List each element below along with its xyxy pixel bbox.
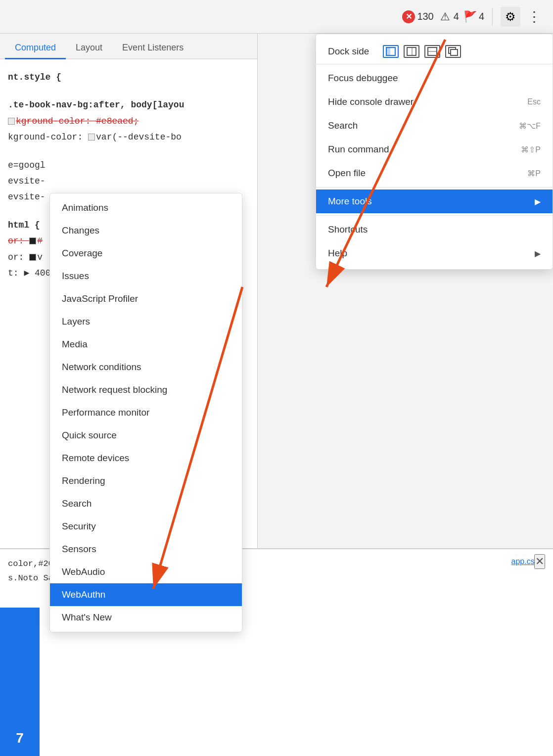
tab-layout[interactable]: Layout	[66, 38, 112, 59]
submenu-changes[interactable]: Changes	[50, 219, 242, 242]
submenu-sensors[interactable]: Sensors	[50, 538, 242, 561]
submenu-quick-source[interactable]: Quick source	[50, 424, 242, 447]
submenu-remote-devices[interactable]: Remote devices	[50, 447, 242, 470]
submenu-media[interactable]: Media	[50, 333, 242, 356]
warning-icon: ⚠	[439, 10, 452, 23]
toolbar-badges: ✕ 130 ⚠ 4 🚩 4 ⚙ ⋮	[402, 6, 543, 27]
error-count: 130	[417, 11, 433, 22]
menu-search[interactable]: Search ⌘⌥F	[316, 114, 553, 138]
submenu-network-request-blocking[interactable]: Network request blocking	[50, 378, 242, 401]
info-count: 4	[479, 11, 484, 22]
code-line-3: kground-color: #e8eaed;	[8, 113, 249, 129]
dock-bottom-svg	[427, 47, 437, 56]
menu-divider-3	[316, 215, 553, 216]
settings-button[interactable]: ⚙	[501, 7, 520, 27]
error-icon: ✕	[402, 10, 415, 23]
top-toolbar: ✕ 130 ⚠ 4 🚩 4 ⚙ ⋮	[0, 0, 553, 34]
menu-shortcut-open: ⌘P	[527, 169, 541, 178]
dock-right-icon[interactable]	[404, 45, 419, 58]
svg-rect-2	[407, 47, 416, 55]
submenu-search[interactable]: Search	[50, 492, 242, 515]
info-icon: 🚩	[464, 10, 477, 23]
menu-more-tools[interactable]: More tools ▶	[316, 189, 553, 213]
menu-open-file[interactable]: Open file ⌘P	[316, 161, 553, 185]
code-line-5: e=googl	[8, 157, 249, 173]
svg-rect-1	[386, 47, 390, 55]
bottom-close-button[interactable]: ✕	[534, 554, 545, 569]
svg-rect-7	[451, 49, 458, 55]
menu-divider-2	[316, 187, 553, 188]
gear-icon: ⚙	[505, 10, 516, 24]
submenu-webauthn[interactable]: WebAuthn	[50, 583, 242, 606]
submenu-network-conditions[interactable]: Network conditions	[50, 356, 242, 378]
menu-shortcut-search: ⌘⌥F	[519, 121, 541, 131]
submenu-security[interactable]: Security	[50, 515, 242, 538]
dock-undock-svg	[448, 47, 458, 56]
dock-left-icon[interactable]	[383, 45, 399, 58]
warning-badge: ⚠ 4	[439, 10, 459, 23]
menu-help[interactable]: Help ▶	[316, 241, 553, 265]
dock-right-svg	[407, 47, 416, 56]
error-badge: ✕ 130	[402, 10, 433, 23]
submenu-animations[interactable]: Animations	[50, 196, 242, 219]
submenu-rendering[interactable]: Rendering	[50, 470, 242, 492]
dock-icons	[383, 45, 461, 58]
submenu-whats-new[interactable]: What's New	[50, 606, 242, 629]
warning-count: 4	[454, 11, 459, 22]
menu-divider-1	[316, 64, 553, 64]
help-arrow: ▶	[535, 249, 541, 258]
blue-banner: 7	[0, 608, 40, 756]
tab-computed[interactable]: Computed	[5, 38, 66, 59]
main-menu: Dock side	[316, 34, 553, 270]
dock-left-svg	[386, 47, 396, 56]
code-line-2: .te-book-nav-bg:after, body[layou	[8, 97, 249, 113]
toolbar-divider	[492, 8, 493, 26]
submenu-performance-monitor[interactable]: Performance monitor	[50, 401, 242, 424]
menu-shortcuts[interactable]: Shortcuts	[316, 218, 553, 241]
menu-shortcut-run: ⌘⇧P	[521, 145, 541, 154]
more-options-button[interactable]: ⋮	[525, 6, 543, 27]
info-badge: 🚩 4	[464, 10, 484, 23]
submenu-coverage[interactable]: Coverage	[50, 242, 242, 265]
svg-rect-5	[428, 51, 437, 55]
svg-rect-3	[412, 47, 416, 55]
menu-shortcut-hide: Esc	[527, 97, 541, 106]
submenu-webaudio[interactable]: WebAudio	[50, 561, 242, 583]
menu-focus-debuggee[interactable]: Focus debuggee	[316, 66, 553, 90]
dock-undock-icon[interactable]	[445, 45, 461, 58]
blue-banner-number: 7	[16, 730, 24, 746]
dock-side-header: Dock side	[316, 38, 553, 62]
code-line-4: kground-color: var(--devsite-bo	[8, 129, 249, 145]
menu-run-command[interactable]: Run command ⌘⇧P	[316, 138, 553, 161]
more-tools-arrow: ▶	[535, 197, 541, 206]
submenu-js-profiler[interactable]: JavaScript Profiler	[50, 287, 242, 310]
code-line-1: nt.style {	[8, 69, 249, 85]
submenu-layers[interactable]: Layers	[50, 310, 242, 333]
code-line-6: evsite-	[8, 173, 249, 189]
dock-bottom-icon[interactable]	[424, 45, 440, 58]
submenu-issues[interactable]: Issues	[50, 265, 242, 287]
dock-side-label: Dock side	[328, 46, 369, 57]
tab-event-listeners[interactable]: Event Listeners	[112, 38, 193, 59]
dots-icon: ⋮	[527, 9, 541, 24]
more-tools-submenu: Animations Changes Coverage Issues JavaS…	[49, 193, 242, 632]
menu-hide-console[interactable]: Hide console drawer Esc	[316, 90, 553, 114]
